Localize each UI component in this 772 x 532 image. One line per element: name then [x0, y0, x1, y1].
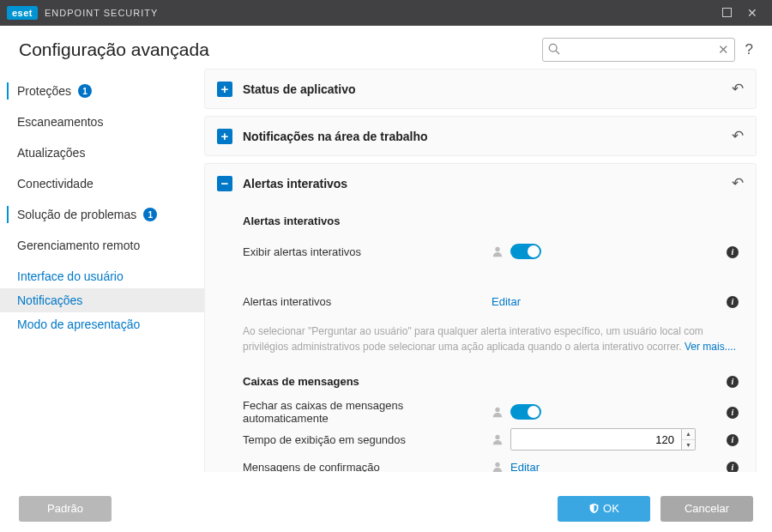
row-label: Mensagens de confirmação: [243, 461, 492, 473]
sidebar-item-label: Escaneamentos: [17, 115, 103, 129]
panel-title: Alertas interativos: [243, 177, 732, 190]
search-input[interactable]: [542, 38, 735, 62]
sidebar-sub-presentation[interactable]: Modo de apresentação: [0, 312, 204, 336]
user-icon: [492, 433, 504, 445]
info-icon[interactable]: i: [727, 434, 739, 446]
search-box: ✕: [542, 38, 735, 62]
row-confirm-msgs: Mensagens de confirmação Editar i: [243, 453, 744, 472]
edit-confirm-link[interactable]: Editar: [510, 461, 540, 473]
user-icon: [492, 461, 504, 472]
row-label: Fechar as caixas de mensagens automatica…: [243, 399, 492, 425]
row-label: Tempo de exibição em segundos: [243, 433, 492, 446]
toggle-show-alerts[interactable]: [510, 244, 541, 259]
brand-logo: eset: [7, 6, 38, 20]
panel-desktop-notifications: + Notificações na área de trabalho ↶: [204, 116, 757, 156]
expand-icon: +: [217, 129, 232, 144]
see-more-link[interactable]: Ver mais....: [685, 341, 736, 353]
sidebar-item-label: Atualizações: [17, 146, 85, 160]
page-header: Configuração avançada ✕ ?: [0, 26, 772, 69]
row-label: Alertas interativos: [243, 295, 492, 308]
timeout-input[interactable]: [510, 428, 682, 450]
hint-text: Ao selecionar "Perguntar ao usuário" par…: [243, 323, 744, 354]
sidebar-item-connectivity[interactable]: Conectividade: [0, 168, 204, 199]
row-auto-close: Fechar as caixas de mensagens automatica…: [243, 398, 744, 426]
footer: Padrão OK Cancelar: [0, 485, 772, 532]
title-bar: eset ENDPOINT SECURITY ✕: [0, 0, 772, 26]
panel-app-status: + Status de aplicativo ↶: [204, 69, 757, 109]
group-title-alerts: Alertas interativos: [243, 215, 744, 227]
spin-up-icon[interactable]: ▲: [682, 429, 695, 440]
undo-icon[interactable]: ↶: [732, 127, 744, 145]
sidebar-item-updates[interactable]: Atualizações: [0, 137, 204, 168]
info-icon[interactable]: i: [727, 462, 739, 472]
undo-icon[interactable]: ↶: [732, 174, 744, 192]
ok-button[interactable]: OK: [558, 496, 650, 522]
user-icon: [492, 406, 504, 418]
sidebar-sub-group: Interface do usuário Notificações Modo d…: [0, 261, 204, 340]
expand-icon: +: [217, 82, 232, 97]
svg-line-2: [556, 51, 559, 54]
edit-alerts-link[interactable]: Editar: [492, 295, 521, 308]
svg-point-4: [495, 408, 499, 412]
svg-point-6: [495, 462, 499, 467]
panel-header-app-status[interactable]: + Status de aplicativo ↶: [205, 70, 756, 108]
svg-point-1: [549, 44, 557, 51]
toggle-auto-close[interactable]: [510, 404, 541, 420]
cancel-button[interactable]: Cancelar: [660, 496, 753, 522]
info-icon[interactable]: i: [727, 407, 739, 419]
sidebar-item-troubleshooting[interactable]: Solução de problemas 1: [0, 199, 204, 230]
undo-icon[interactable]: ↶: [732, 80, 744, 98]
sidebar-item-remote-mgmt[interactable]: Gerenciamento remoto: [0, 230, 204, 261]
page-title: Configuração avançada: [19, 39, 209, 60]
search-icon: [548, 43, 560, 57]
svg-point-5: [495, 435, 499, 439]
default-button[interactable]: Padrão: [19, 496, 112, 522]
help-icon[interactable]: ?: [745, 41, 753, 58]
sidebar-item-label: Proteções: [17, 84, 71, 98]
panel-title: Notificações na área de trabalho: [243, 130, 732, 143]
sidebar-sub-ui[interactable]: Interface do usuário: [0, 264, 204, 288]
product-name: ENDPOINT SECURITY: [45, 8, 158, 18]
info-icon[interactable]: i: [727, 376, 739, 388]
sidebar-item-scans[interactable]: Escaneamentos: [0, 106, 204, 137]
row-label: Exibir alertas interativos: [243, 245, 492, 258]
panel-header-interactive-alerts[interactable]: − Alertas interativos ↶: [205, 164, 756, 203]
panel-title: Status de aplicativo: [243, 82, 732, 96]
svg-rect-0: [722, 9, 731, 17]
row-show-alerts: Exibir alertas interativos i: [243, 238, 744, 265]
sidebar-sub-notifications[interactable]: Notificações: [0, 288, 204, 312]
shield-icon: [588, 503, 600, 514]
collapse-icon: −: [217, 176, 232, 191]
row-timeout: Tempo de exibição em segundos ▲ ▼: [243, 426, 744, 453]
group-title-msgboxes: Caixas de mensagens: [243, 375, 727, 388]
spin-down-icon[interactable]: ▼: [682, 440, 695, 450]
sidebar-item-label: Gerenciamento remoto: [17, 239, 140, 252]
panel-body: Alertas interativos Exibir alertas inter…: [205, 203, 756, 472]
nav-badge: 1: [143, 208, 157, 221]
user-icon: [492, 245, 504, 257]
window-close-icon[interactable]: ✕: [739, 6, 765, 20]
row-edit-alerts: Alertas interativos Editar i: [243, 287, 744, 315]
number-spinner: ▲ ▼: [682, 428, 696, 450]
svg-point-3: [495, 247, 499, 251]
info-icon[interactable]: i: [727, 246, 739, 258]
panel-interactive-alerts: − Alertas interativos ↶ Alertas interati…: [204, 163, 757, 472]
content-area[interactable]: + Status de aplicativo ↶ + Notificações …: [204, 69, 762, 472]
clear-search-icon[interactable]: ✕: [718, 42, 729, 57]
nav-badge: 1: [78, 84, 92, 98]
sidebar-item-label: Conectividade: [17, 177, 93, 190]
sidebar: Proteções 1 Escaneamentos Atualizações C…: [0, 69, 204, 498]
sidebar-item-protections[interactable]: Proteções 1: [0, 76, 204, 106]
window-maximize-icon[interactable]: [714, 6, 739, 20]
panel-header-desktop-notifications[interactable]: + Notificações na área de trabalho ↶: [205, 117, 756, 155]
info-icon[interactable]: i: [727, 296, 739, 308]
sidebar-item-label: Solução de problemas: [17, 208, 136, 221]
